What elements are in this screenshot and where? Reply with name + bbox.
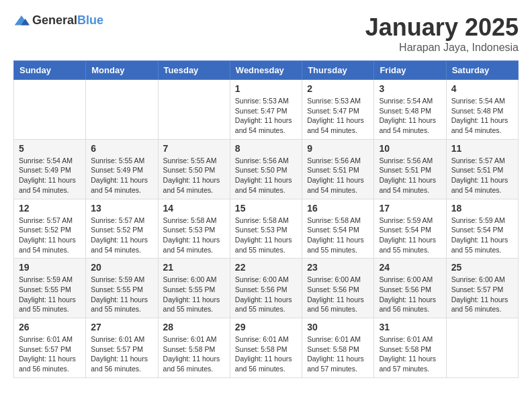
day-info: Sunrise: 6:01 AM Sunset: 5:58 PM Dayligh… — [163, 334, 225, 374]
week-row-2: 12Sunrise: 5:57 AM Sunset: 5:52 PM Dayli… — [14, 199, 519, 259]
calendar-cell: 10Sunrise: 5:56 AM Sunset: 5:51 PM Dayli… — [374, 139, 446, 199]
calendar-cell: 16Sunrise: 5:58 AM Sunset: 5:54 PM Dayli… — [302, 199, 374, 259]
day-info: Sunrise: 5:59 AM Sunset: 5:54 PM Dayligh… — [379, 216, 441, 255]
day-info: Sunrise: 6:00 AM Sunset: 5:56 PM Dayligh… — [307, 275, 369, 314]
day-number: 10 — [379, 143, 441, 154]
calendar-cell: 22Sunrise: 6:00 AM Sunset: 5:56 PM Dayli… — [230, 259, 302, 318]
calendar-cell: 8Sunrise: 5:56 AM Sunset: 5:50 PM Daylig… — [230, 139, 302, 199]
week-row-0: 1Sunrise: 5:53 AM Sunset: 5:47 PM Daylig… — [14, 80, 519, 140]
calendar-cell: 18Sunrise: 5:59 AM Sunset: 5:54 PM Dayli… — [446, 199, 518, 259]
day-number: 19 — [19, 262, 81, 273]
location-title: Harapan Jaya, Indonesia — [365, 42, 519, 54]
day-number: 20 — [91, 262, 152, 273]
day-info: Sunrise: 6:00 AM Sunset: 5:56 PM Dayligh… — [235, 275, 297, 314]
day-number: 3 — [379, 83, 441, 94]
calendar-cell: 5Sunrise: 5:54 AM Sunset: 5:49 PM Daylig… — [14, 139, 86, 199]
day-info: Sunrise: 6:00 AM Sunset: 5:56 PM Dayligh… — [379, 275, 441, 314]
day-info: Sunrise: 6:01 AM Sunset: 5:58 PM Dayligh… — [235, 334, 297, 374]
week-row-3: 19Sunrise: 5:59 AM Sunset: 5:55 PM Dayli… — [14, 259, 519, 318]
week-row-1: 5Sunrise: 5:54 AM Sunset: 5:49 PM Daylig… — [14, 139, 519, 199]
day-info: Sunrise: 5:58 AM Sunset: 5:53 PM Dayligh… — [163, 216, 225, 255]
header-cell-friday: Friday — [374, 61, 446, 80]
day-number: 25 — [451, 262, 513, 273]
day-number: 15 — [235, 203, 297, 214]
day-number: 24 — [379, 262, 441, 273]
day-info: Sunrise: 5:56 AM Sunset: 5:50 PM Dayligh… — [235, 156, 297, 195]
day-info: Sunrise: 5:59 AM Sunset: 5:55 PM Dayligh… — [19, 275, 81, 314]
calendar-cell: 15Sunrise: 5:58 AM Sunset: 5:53 PM Dayli… — [230, 199, 302, 259]
day-info: Sunrise: 5:58 AM Sunset: 5:53 PM Dayligh… — [235, 216, 297, 255]
header-cell-monday: Monday — [86, 61, 158, 80]
day-number: 27 — [91, 322, 152, 332]
day-number: 21 — [163, 262, 225, 273]
calendar-cell: 6Sunrise: 5:55 AM Sunset: 5:49 PM Daylig… — [86, 139, 158, 199]
day-info: Sunrise: 5:54 AM Sunset: 5:48 PM Dayligh… — [379, 96, 441, 136]
logo-blue: Blue — [77, 13, 103, 27]
day-number: 6 — [91, 143, 152, 154]
day-number: 7 — [163, 143, 225, 154]
calendar-table: SundayMondayTuesdayWednesdayThursdayFrid… — [13, 60, 519, 378]
day-number: 2 — [307, 83, 369, 94]
calendar-cell: 25Sunrise: 6:00 AM Sunset: 5:57 PM Dayli… — [446, 259, 518, 318]
day-number: 9 — [307, 143, 369, 154]
calendar-cell: 29Sunrise: 6:01 AM Sunset: 5:58 PM Dayli… — [230, 318, 302, 378]
day-number: 12 — [19, 203, 81, 214]
day-info: Sunrise: 5:56 AM Sunset: 5:51 PM Dayligh… — [379, 156, 441, 195]
day-number: 29 — [235, 322, 297, 332]
day-info: Sunrise: 6:01 AM Sunset: 5:58 PM Dayligh… — [307, 334, 369, 374]
week-row-4: 26Sunrise: 6:01 AM Sunset: 5:57 PM Dayli… — [14, 318, 519, 378]
day-info: Sunrise: 6:01 AM Sunset: 5:57 PM Dayligh… — [19, 334, 81, 374]
day-number: 11 — [451, 143, 513, 154]
day-number: 17 — [379, 203, 441, 214]
calendar-cell: 28Sunrise: 6:01 AM Sunset: 5:58 PM Dayli… — [158, 318, 230, 378]
title-area: January 2025 Harapan Jaya, Indonesia — [365, 13, 519, 54]
calendar-cell — [86, 80, 158, 140]
logo-general: General — [32, 13, 77, 27]
calendar-cell: 30Sunrise: 6:01 AM Sunset: 5:58 PM Dayli… — [302, 318, 374, 378]
day-info: Sunrise: 5:55 AM Sunset: 5:50 PM Dayligh… — [163, 156, 225, 195]
month-title: January 2025 — [365, 13, 519, 42]
calendar-cell: 20Sunrise: 5:59 AM Sunset: 5:55 PM Dayli… — [86, 259, 158, 318]
calendar-cell: 11Sunrise: 5:57 AM Sunset: 5:51 PM Dayli… — [446, 139, 518, 199]
day-info: Sunrise: 5:59 AM Sunset: 5:54 PM Dayligh… — [451, 216, 513, 255]
header-cell-thursday: Thursday — [302, 61, 374, 80]
day-info: Sunrise: 5:55 AM Sunset: 5:49 PM Dayligh… — [91, 156, 152, 195]
calendar-cell: 1Sunrise: 5:53 AM Sunset: 5:47 PM Daylig… — [230, 80, 302, 140]
day-number: 26 — [19, 322, 81, 332]
calendar-cell: 4Sunrise: 5:54 AM Sunset: 5:48 PM Daylig… — [446, 80, 518, 140]
day-info: Sunrise: 6:01 AM Sunset: 5:57 PM Dayligh… — [91, 334, 152, 374]
calendar-cell: 19Sunrise: 5:59 AM Sunset: 5:55 PM Dayli… — [14, 259, 86, 318]
calendar-cell: 31Sunrise: 6:01 AM Sunset: 5:58 PM Dayli… — [374, 318, 446, 378]
day-info: Sunrise: 5:53 AM Sunset: 5:47 PM Dayligh… — [235, 96, 297, 136]
header-row: SundayMondayTuesdayWednesdayThursdayFrid… — [14, 61, 519, 80]
day-number: 13 — [91, 203, 152, 214]
calendar-cell: 12Sunrise: 5:57 AM Sunset: 5:52 PM Dayli… — [14, 199, 86, 259]
header-cell-saturday: Saturday — [446, 61, 518, 80]
day-number: 30 — [307, 322, 369, 332]
day-number: 31 — [379, 322, 441, 332]
day-info: Sunrise: 5:56 AM Sunset: 5:51 PM Dayligh… — [307, 156, 369, 195]
calendar-cell: 24Sunrise: 6:00 AM Sunset: 5:56 PM Dayli… — [374, 259, 446, 318]
calendar-cell: 2Sunrise: 5:53 AM Sunset: 5:47 PM Daylig… — [302, 80, 374, 140]
day-info: Sunrise: 6:00 AM Sunset: 5:55 PM Dayligh… — [163, 275, 225, 314]
day-number: 14 — [163, 203, 225, 214]
day-number: 22 — [235, 262, 297, 273]
calendar-cell: 14Sunrise: 5:58 AM Sunset: 5:53 PM Dayli… — [158, 199, 230, 259]
day-number: 16 — [307, 203, 369, 214]
day-number: 28 — [163, 322, 225, 332]
logo-icon — [13, 14, 30, 28]
header-cell-sunday: Sunday — [14, 61, 86, 80]
day-info: Sunrise: 6:01 AM Sunset: 5:58 PM Dayligh… — [379, 334, 441, 374]
calendar-cell: 17Sunrise: 5:59 AM Sunset: 5:54 PM Dayli… — [374, 199, 446, 259]
calendar-cell: 7Sunrise: 5:55 AM Sunset: 5:50 PM Daylig… — [158, 139, 230, 199]
day-number: 4 — [451, 83, 513, 94]
calendar-cell: 9Sunrise: 5:56 AM Sunset: 5:51 PM Daylig… — [302, 139, 374, 199]
header-cell-tuesday: Tuesday — [158, 61, 230, 80]
day-info: Sunrise: 5:54 AM Sunset: 5:48 PM Dayligh… — [451, 96, 513, 136]
calendar-cell: 13Sunrise: 5:57 AM Sunset: 5:52 PM Dayli… — [86, 199, 158, 259]
calendar-cell: 26Sunrise: 6:01 AM Sunset: 5:57 PM Dayli… — [14, 318, 86, 378]
day-number: 8 — [235, 143, 297, 154]
day-info: Sunrise: 5:57 AM Sunset: 5:52 PM Dayligh… — [91, 216, 152, 255]
header: GeneralBlue January 2025 Harapan Jaya, I… — [13, 13, 519, 54]
day-number: 23 — [307, 262, 369, 273]
